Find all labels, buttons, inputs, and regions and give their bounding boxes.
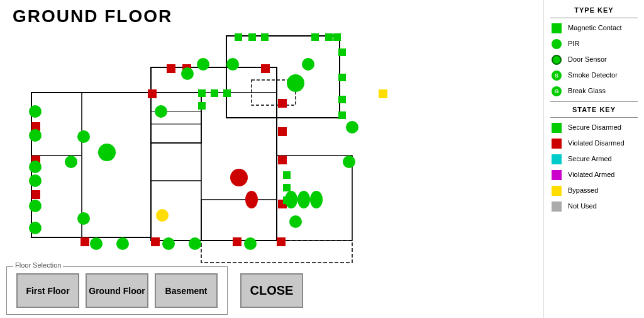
sensor-pir-9 (289, 215, 302, 228)
sensor-sq-red-10 (277, 237, 286, 246)
sensor-stair-4 (198, 102, 206, 110)
sensor-sq-red-9 (233, 237, 242, 246)
sensor-sq-rwall-1 (283, 171, 291, 179)
magnetic-contact-icon (550, 22, 563, 35)
sensor-sq-red-8 (151, 237, 160, 246)
violated-disarmed-icon (550, 137, 563, 150)
legend-secure-armed: Secure Armed (550, 153, 638, 166)
sensor-pir-large-red (230, 169, 248, 186)
sensor-pir-16 (155, 105, 167, 118)
bottom-panel: Floor Selection First Floor Ground Floor… (6, 266, 540, 315)
secure-armed-label: Secure Armed (568, 155, 612, 163)
sensor-stair-3 (223, 89, 231, 97)
sensor-sq-3 (261, 33, 269, 41)
sensor-pir-6 (162, 237, 175, 250)
sensor-sq-5 (325, 33, 333, 41)
sensor-pir-21 (29, 200, 42, 212)
violated-disarmed-label: Violated Disarmed (568, 139, 625, 147)
type-key-title: TYPE KEY (550, 6, 638, 14)
sensor-pir-8 (244, 237, 257, 250)
sensor-pir-11 (346, 121, 358, 133)
sensor-sq-red-15 (261, 64, 270, 73)
sensor-sq-1 (235, 33, 242, 41)
sensor-sq-6 (333, 33, 341, 41)
pir-icon (550, 38, 563, 50)
sensor-pir-22 (29, 222, 42, 234)
floor-area: GROUND FLOOR (0, 0, 543, 318)
sensor-pir-1 (65, 156, 77, 168)
sensor-sq-9 (338, 96, 346, 103)
smoke-detector-icon: S (550, 69, 563, 82)
bypassed-label: Bypassed (568, 186, 598, 195)
state-divider-2 (550, 117, 638, 118)
break-glass-label: Break Glass (568, 87, 606, 95)
ground-floor-button[interactable]: Ground Floor (86, 273, 148, 308)
sensor-pir-5 (116, 237, 129, 250)
floor-selection-box: Floor Selection First Floor Ground Floor… (6, 266, 228, 315)
legend-break-glass: G Break Glass (550, 85, 638, 98)
sensor-pir-large-1 (98, 144, 116, 161)
not-used-icon (550, 200, 563, 213)
sensor-sq-10 (338, 111, 346, 119)
sensor-pir-large-2 (287, 74, 304, 92)
legend-secure-disarmed: Secure Disarmed (550, 122, 638, 134)
floor-title: GROUND FLOOR (13, 6, 537, 26)
type-divider (550, 18, 638, 18)
legend-door-sensor: Door Sensor (550, 54, 638, 66)
secure-armed-icon (550, 153, 563, 166)
sensor-pir-14 (197, 58, 209, 71)
sensor-sq-red-1 (167, 64, 175, 73)
door-sensor-icon (550, 54, 563, 66)
first-floor-button[interactable]: First Floor (16, 273, 79, 308)
sensor-pir-7 (189, 237, 201, 250)
basement-button[interactable]: Basement (155, 273, 218, 308)
sensor-pir-2 (77, 130, 90, 143)
legend-violated-armed: Violated Armed (550, 169, 638, 181)
bypassed-icon (550, 185, 563, 197)
secure-disarmed-label: Secure Disarmed (568, 123, 621, 132)
sensor-stair-2 (211, 89, 218, 97)
sensor-pir-15 (181, 67, 194, 80)
legend-bypassed: Bypassed (550, 185, 638, 197)
close-button[interactable]: CLOSE (240, 273, 303, 308)
sensor-sq-red-6 (31, 190, 40, 199)
legend-magnetic-contact: Magnetic Contact (550, 22, 638, 35)
sensor-pir-13 (226, 58, 239, 71)
sensor-sq-red-13 (278, 127, 287, 136)
sensor-bypassed-sq (379, 89, 387, 98)
secure-disarmed-icon (550, 122, 563, 134)
sensor-sq-8 (338, 74, 346, 81)
sensor-sq-red-3 (148, 89, 157, 98)
violated-armed-icon (550, 169, 563, 181)
main-container: GROUND FLOOR (0, 0, 644, 318)
pir-label: PIR (568, 40, 579, 48)
legend-violated-disarmed: Violated Disarmed (550, 137, 638, 150)
sensor-door-green-3 (310, 191, 323, 208)
sensor-pir-4 (90, 237, 103, 250)
sensor-pir-19 (29, 161, 42, 173)
state-divider (550, 101, 638, 102)
smoke-detector-label: Smoke Detector (568, 71, 618, 79)
sensor-sq-red-7 (80, 237, 89, 246)
legend-panel: TYPE KEY Magnetic Contact PIR Door Senso… (543, 0, 644, 318)
sensor-pir-20 (29, 174, 42, 187)
svg-rect-0 (31, 93, 151, 237)
break-glass-icon: G (550, 85, 563, 98)
sensor-sq-7 (338, 48, 346, 56)
legend-smoke-detector: S Smoke Detector (550, 69, 638, 82)
floor-map (13, 30, 409, 275)
sensor-pir-18 (29, 129, 42, 142)
sensor-sq-rwall-2 (283, 184, 291, 191)
sensor-sq-red-14 (278, 99, 287, 108)
floor-selection-label: Floor Selection (13, 261, 63, 269)
state-key-title: STATE KEY (550, 106, 638, 113)
sensor-sq-2 (248, 33, 256, 41)
sensor-pir-12 (302, 58, 314, 71)
legend-not-used: Not Used (550, 200, 638, 213)
sensor-door-red-1 (245, 191, 258, 208)
legend-pir: PIR (550, 38, 638, 50)
svg-rect-10 (151, 93, 201, 143)
sensor-bypassed-1 (156, 209, 169, 222)
not-used-label: Not Used (568, 202, 597, 210)
sensor-sq-4 (311, 33, 319, 41)
